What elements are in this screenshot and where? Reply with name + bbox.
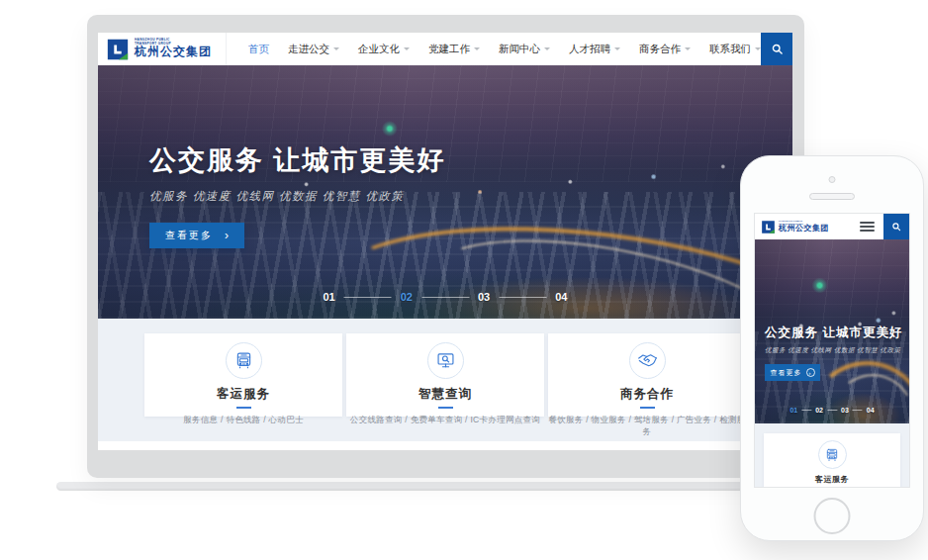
nav-item[interactable]: 联系我们 xyxy=(709,43,761,56)
chevron-down-icon xyxy=(333,47,339,50)
handshake-icon xyxy=(637,350,658,371)
bus-icon xyxy=(233,350,254,371)
nav-item-label: 新闻中心 xyxy=(499,43,540,56)
service-card-subtitle: 餐饮服务 / 物业服务 / 驾培服务 / 广告业务 / 检测服务 xyxy=(548,415,746,438)
nav-item[interactable]: 商务合作 xyxy=(639,43,691,56)
title-underline xyxy=(236,407,251,409)
site-header: HANGZHOU PUBLIC TRANSPORT GROUP 杭州公交集团 首… xyxy=(98,33,792,65)
slide-indicator[interactable]: 01 xyxy=(324,291,335,303)
indicator-line xyxy=(801,410,811,411)
service-card-title: 客运服务 xyxy=(764,474,900,485)
slide-indicator[interactable]: 02 xyxy=(815,407,823,414)
search-icon xyxy=(771,43,784,55)
indicator-line xyxy=(421,297,469,298)
slide-indicator[interactable]: 01 xyxy=(789,407,797,414)
service-card[interactable]: 客运服务 服务信息 / 特色线路 / 心动巴士 xyxy=(144,333,342,417)
title-underline xyxy=(438,407,453,409)
chevron-down-icon xyxy=(544,47,550,50)
slider-indicators: 01 02 03 xyxy=(324,291,568,303)
service-card[interactable]: 商务合作 餐饮服务 / 物业服务 / 驾培服务 / 广告业务 / 检测服务 xyxy=(548,333,746,417)
title-underline xyxy=(640,407,655,409)
hero-subtitle: 优服务 优速度 优线网 优数据 优智慧 优政策 xyxy=(149,189,446,204)
search-button[interactable] xyxy=(761,33,792,65)
indicator-line xyxy=(827,410,837,411)
nav-item-label: 商务合作 xyxy=(639,43,681,56)
hero-subtitle: 优服务 优速度 优线网 优数据 优智慧 优政策 xyxy=(765,346,902,355)
nav-item[interactable]: 首页 xyxy=(248,43,269,56)
monitor-search-icon xyxy=(435,350,456,371)
nav-item-label: 人才招聘 xyxy=(569,43,610,56)
phone-device-frame: HANGZHOU PUBLIC TRANSPORT GROUP 杭州公交集团 xyxy=(740,155,924,541)
mobile-service-card[interactable]: 客运服务 xyxy=(764,433,900,488)
hero-banner: 公交服务 让城市更美好 优服务 优速度 优线网 优数据 优智慧 优政策 查看更多… xyxy=(98,65,792,319)
service-card-title: 商务合作 xyxy=(548,386,746,403)
responsive-mockup-stage: HANGZHOU PUBLIC TRANSPORT GROUP 杭州公交集团 首… xyxy=(0,0,928,560)
menu-hamburger-icon[interactable] xyxy=(860,214,875,239)
service-card-title: 智慧查询 xyxy=(346,386,544,403)
mobile-search-button[interactable] xyxy=(883,214,909,239)
chevron-down-icon xyxy=(685,47,691,50)
home-button[interactable] xyxy=(814,498,851,534)
view-more-label: 查看更多 xyxy=(771,368,802,378)
brand-name: 杭州公交集团 xyxy=(779,225,829,233)
bus-icon xyxy=(824,447,840,463)
mobile-hero-banner: 公交服务 让城市更美好 优服务 优速度 优线网 优数据 优智慧 优政策 查看更多… xyxy=(755,239,909,423)
mobile-slider-indicators: 01 02 03 xyxy=(789,407,874,414)
mobile-view-more-button[interactable]: 查看更多 › xyxy=(765,364,820,381)
chevron-down-icon xyxy=(404,47,410,50)
slide-indicator[interactable]: 04 xyxy=(555,291,567,303)
search-icon xyxy=(891,222,901,232)
service-card-subtitle: 公交线路查询 / 免费单车查询 / IC卡办理网点查询 xyxy=(346,415,544,426)
service-card[interactable]: 智慧查询 公交线路查询 / 免费单车查询 / IC卡办理网点查询 xyxy=(346,333,544,417)
nav-item[interactable]: 党建工作 xyxy=(428,43,480,56)
speaker-slot xyxy=(809,193,855,200)
service-card-subtitle: 服务信息 / 特色线路 / 心动巴士 xyxy=(144,415,342,426)
hero-title: 公交服务 让城市更美好 xyxy=(149,142,446,178)
mobile-brand-logo[interactable]: HANGZHOU PUBLIC TRANSPORT GROUP 杭州公交集团 xyxy=(755,214,835,239)
nav-item[interactable]: 新闻中心 xyxy=(499,43,550,56)
arrow-right-icon: › xyxy=(225,230,229,241)
hero-title: 公交服务 让城市更美好 xyxy=(765,325,902,341)
brand-name: 杭州公交集团 xyxy=(135,46,212,58)
slide-indicator[interactable]: 04 xyxy=(867,407,875,414)
nav-item-label: 联系我们 xyxy=(709,43,751,56)
logo-mark-icon xyxy=(761,220,776,234)
indicator-line xyxy=(499,297,546,298)
nav-item-label: 首页 xyxy=(248,43,269,56)
view-more-label: 查看更多 xyxy=(165,229,213,242)
mobile-services-section: 客运服务 xyxy=(755,423,909,488)
main-nav: 首页 走进公交 企业文化 xyxy=(226,33,761,65)
chevron-down-icon xyxy=(474,47,480,50)
nav-item[interactable]: 人才招聘 xyxy=(569,43,620,56)
nav-item-label: 走进公交 xyxy=(288,43,329,56)
indicator-line xyxy=(344,297,392,298)
nav-item[interactable]: 走进公交 xyxy=(288,43,339,56)
nav-item-label: 党建工作 xyxy=(428,43,470,56)
logo-mark-icon xyxy=(106,38,130,61)
brand-logo[interactable]: HANGZHOU PUBLIC TRANSPORT GROUP 杭州公交集团 xyxy=(98,33,226,65)
nav-item-label: 企业文化 xyxy=(358,43,400,56)
arrow-right-icon: › xyxy=(806,368,815,377)
mobile-site: HANGZHOU PUBLIC TRANSPORT GROUP 杭州公交集团 xyxy=(754,213,910,488)
desktop-site: HANGZHOU PUBLIC TRANSPORT GROUP 杭州公交集团 首… xyxy=(98,33,792,450)
indicator-line xyxy=(853,410,863,411)
desktop-device-frame: HANGZHOU PUBLIC TRANSPORT GROUP 杭州公交集团 首… xyxy=(87,15,804,478)
slide-indicator[interactable]: 03 xyxy=(478,291,490,303)
nav-item[interactable]: 企业文化 xyxy=(358,43,410,56)
chevron-down-icon xyxy=(614,47,620,50)
slide-indicator[interactable]: 03 xyxy=(841,407,849,414)
camera-dot xyxy=(829,176,836,183)
mobile-header: HANGZHOU PUBLIC TRANSPORT GROUP 杭州公交集团 xyxy=(755,214,909,239)
service-card-title: 客运服务 xyxy=(144,386,342,403)
slide-indicator[interactable]: 02 xyxy=(401,291,413,303)
view-more-button[interactable]: 查看更多 › xyxy=(149,223,244,248)
services-section: 客运服务 服务信息 / 特色线路 / 心动巴士 xyxy=(98,319,792,441)
